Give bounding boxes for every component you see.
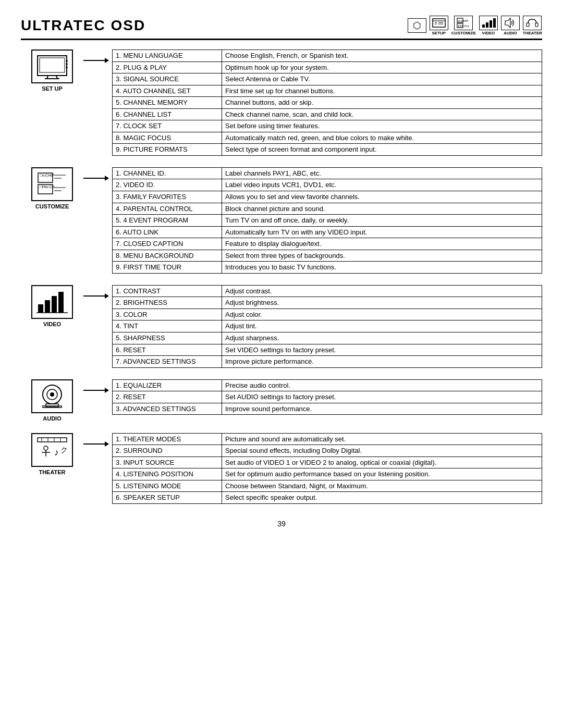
menu-item-desc: Check channel name, scan, and child lock… — [222, 108, 542, 120]
menu-item-name: 4. TINT — [113, 320, 222, 332]
menu-item-name: 4. AUTO CHANNEL SET — [113, 85, 222, 97]
customize-icon-box: □V-CHIP □FAV.CH — [31, 167, 73, 201]
table-row: 3. INPUT SOURCESet audio of VIDEO 1 or V… — [113, 456, 542, 468]
svg-rect-10 — [482, 24, 485, 28]
menu-item-name: 9. PICTURE FORMATS — [113, 144, 222, 156]
section-customize: □V-CHIP □FAV.CH CUSTOMIZE — [21, 167, 542, 274]
theater-icon — [525, 17, 540, 29]
svg-rect-35 — [52, 296, 57, 313]
menu-item-desc: Select from three types of backgrounds. — [222, 250, 542, 262]
table-row: 4. PARENTAL CONTROLBlock channel picture… — [113, 203, 542, 215]
menu-item-desc: Block channel picture and sound. — [222, 203, 542, 215]
table-row: 4. AUTO CHANNEL SETFirst time set up for… — [113, 85, 542, 97]
theater-icon-box: ♪ ク — [31, 433, 73, 467]
video-label: VIDEO — [43, 321, 61, 327]
theater-icon-svg: ♪ ク — [35, 437, 69, 463]
menu-item-name: 1. CHANNEL ID. — [113, 167, 222, 179]
nav-theater-label: THEATER — [523, 31, 542, 35]
svg-rect-34 — [45, 300, 50, 313]
nav-icon-video-box[interactable] — [479, 16, 498, 30]
menu-item-name: 5. LISTENING MODE — [113, 480, 222, 492]
setup-icon-svg — [35, 54, 69, 80]
table-row: 5. LISTENING MODEChoose between Standard… — [113, 480, 542, 492]
menu-item-desc: Select specific speaker output. — [222, 492, 542, 504]
menu-item-name: 6. CHANNEL LIST — [113, 108, 222, 120]
nav-icon-audio[interactable]: AUDIO — [501, 16, 520, 35]
nav-icon-theater-box[interactable] — [523, 16, 542, 30]
nav-cursor-box[interactable]: ⬡ — [408, 18, 426, 33]
menu-item-desc: Picture and sound are automatically set. — [222, 433, 542, 445]
svg-rect-0 — [433, 19, 445, 27]
menu-item-desc: Select type of screen format and compone… — [222, 144, 542, 156]
video-table: 1. CONTRASTAdjust contrast.2. BRIGHTNESS… — [112, 285, 542, 368]
menu-item-name: 3. SIGNAL SOURCE — [113, 73, 222, 85]
svg-text:□V-CHIP: □V-CHIP — [40, 174, 54, 177]
table-row: 2. SURROUNDSpecial sound effects, includ… — [113, 445, 542, 457]
menu-item-desc: Automatically turn TV on with any VIDEO … — [222, 226, 542, 238]
table-row: 7. CLOCK SETSet before using timer featu… — [113, 120, 542, 132]
setup-icon-box — [31, 50, 73, 83]
menu-item-desc: Optimum hook up for your system. — [222, 61, 542, 73]
nav-cursor-icon-group[interactable]: ⬡ — [408, 18, 426, 33]
menu-item-name: 1. CONTRAST — [113, 285, 222, 297]
table-row: 2. VIDEO ID.Label video inputs VCR1, DVD… — [113, 179, 542, 191]
table-row: 6. AUTO LINKAutomatically turn TV on wit… — [113, 226, 542, 238]
nav-icon-audio-box[interactable] — [501, 16, 520, 30]
table-row: 2. PLUG & PLAYOptimum hook up for your s… — [113, 61, 542, 73]
table-row: 3. FAMILY FAVORITESAllows you to set and… — [113, 191, 542, 203]
menu-item-desc: Precise audio control. — [222, 379, 542, 391]
setup-label: SET UP — [42, 85, 63, 92]
menu-item-name: 2. RESET — [113, 391, 222, 403]
audio-icon-svg — [35, 383, 69, 409]
customize-icon: V-CHIP FAV.CH — [456, 17, 471, 29]
menu-item-name: 9. FIRST TIME TOUR — [113, 262, 222, 274]
menu-item-desc: Set for optimum audio performance based … — [222, 468, 542, 480]
menu-item-desc: Set before using timer features. — [222, 120, 542, 132]
menu-item-name: 3. FAMILY FAVORITES — [113, 191, 222, 203]
page: ULTRATEC OSD ⬡ SETUP — [0, 0, 563, 728]
nav-icon-video[interactable]: VIDEO — [479, 16, 498, 35]
setup-table: 1. MENU LANGUAGEChoose English, French, … — [112, 50, 542, 156]
table-row: 3. ADVANCED SETTINGSImprove sound perfor… — [113, 403, 542, 415]
menu-item-name: 2. VIDEO ID. — [113, 179, 222, 191]
section-setup: SET UP 1. MENU LANGUAGEChoose English, F… — [21, 50, 542, 156]
video-icon-box — [31, 285, 73, 319]
menu-item-desc: Automatically match red, green, and blue… — [222, 132, 542, 144]
customize-arrow — [83, 167, 112, 179]
menu-item-desc: Allows you to set and view favorite chan… — [222, 191, 542, 203]
svg-rect-11 — [486, 22, 488, 28]
svg-rect-12 — [489, 20, 492, 28]
nav-icon-setup-box[interactable] — [430, 16, 448, 30]
nav-icon-customize-box[interactable]: V-CHIP FAV.CH — [454, 16, 473, 30]
nav-icon-customize[interactable]: V-CHIP FAV.CH CUSTOMIZE — [451, 16, 476, 35]
customize-icon-area: □V-CHIP □FAV.CH CUSTOMIZE — [21, 167, 83, 209]
svg-text:ク: ク — [60, 446, 68, 454]
menu-item-desc: Select Antenna or Cable TV. — [222, 73, 542, 85]
table-row: 7. CLOSED CAPTIONFeature to display dial… — [113, 238, 542, 250]
table-row: 6. CHANNEL LISTCheck channel name, scan,… — [113, 108, 542, 120]
svg-text:♪: ♪ — [54, 447, 59, 458]
theater-icon-area: ♪ ク THEATER — [21, 433, 83, 475]
menu-item-desc: Feature to display dialogue/text. — [222, 238, 542, 250]
menu-item-desc: Improve picture performance. — [222, 356, 542, 368]
audio-arrow — [83, 379, 112, 391]
svg-rect-36 — [58, 292, 64, 313]
nav-icon-setup[interactable]: SETUP — [430, 16, 448, 35]
menu-item-desc: Turn TV on and off once, daily, or weekl… — [222, 215, 542, 227]
table-row: 1. MENU LANGUAGEChoose English, French, … — [113, 50, 542, 62]
audio-table: 1. EQUALIZERPrecise audio control.2. RES… — [112, 379, 542, 415]
nav-icon-bar: ⬡ SETUP — [408, 16, 542, 35]
nav-icon-theater[interactable]: THEATER — [523, 16, 542, 35]
theater-label: THEATER — [39, 469, 65, 475]
svg-text:FAV.CH: FAV.CH — [458, 24, 469, 28]
svg-rect-18 — [40, 58, 65, 72]
customize-label: CUSTOMIZE — [35, 203, 69, 209]
table-row: 4. TINTAdjust tint. — [113, 320, 542, 332]
menu-item-name: 7. ADVANCED SETTINGS — [113, 356, 222, 368]
menu-item-desc: Channel buttons, add or skip. — [222, 97, 542, 109]
menu-item-name: 3. ADVANCED SETTINGS — [113, 403, 222, 415]
svg-text:V-CHIP: V-CHIP — [458, 19, 469, 22]
menu-item-desc: Label channels PAY1, ABC, etc. — [222, 167, 542, 179]
table-row: 4. LISTENING POSITIONSet for optimum aud… — [113, 468, 542, 480]
table-row: 6. SPEAKER SETUPSelect specific speaker … — [113, 492, 542, 504]
